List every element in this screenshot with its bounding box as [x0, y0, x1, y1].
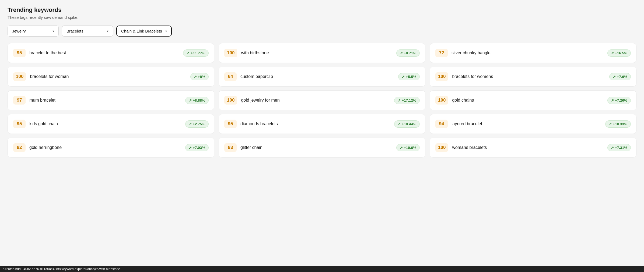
trend-badge: ↗ +11.77%	[183, 49, 209, 57]
trend-badge: ↗ +7.6%	[609, 73, 631, 80]
trend-arrow-icon: ↗	[189, 146, 192, 150]
trend-arrow-icon: ↗	[611, 51, 614, 55]
keyword-text: gold jewelry for men	[241, 98, 279, 103]
keyword-text: mum bracelet	[29, 98, 55, 103]
score-badge: 100	[13, 72, 26, 81]
trend-badge: ↗ +8.71%	[396, 49, 420, 57]
trend-value: +5.5%	[406, 75, 416, 79]
keyword-left: 100 gold chains	[435, 96, 474, 105]
trend-value: +7.03%	[193, 146, 205, 150]
trend-badge: ↗ +16.5%	[607, 49, 631, 57]
keyword-card: 100 gold chains ↗ +7.26%	[430, 90, 636, 110]
keyword-left: 64 custom paperclip	[224, 72, 273, 81]
keyword-left: 97 mum bracelet	[13, 96, 55, 105]
trend-arrow-icon: ↗	[609, 122, 612, 126]
trend-arrow-icon: ↗	[611, 98, 614, 102]
keyword-left: 100 bracelets for woman	[13, 72, 69, 81]
trend-value: +10.33%	[613, 122, 627, 126]
keyword-text: custom paperclip	[240, 74, 273, 79]
trend-arrow-icon: ↗	[400, 51, 403, 55]
trend-value: +18.44%	[402, 122, 416, 126]
keyword-text: gold chains	[452, 98, 474, 103]
chevron-down-icon: ▾	[165, 29, 167, 33]
filter-jewelry[interactable]: Jewelry▾	[8, 26, 59, 37]
trend-badge: ↗ +17.12%	[394, 97, 420, 104]
trend-arrow-icon: ↗	[398, 122, 401, 126]
score-badge: 95	[13, 120, 26, 128]
trend-arrow-icon: ↗	[194, 75, 197, 79]
score-badge: 95	[224, 120, 237, 128]
keyword-left: 95 bracelet to the best	[13, 49, 66, 57]
trend-badge: ↗ +18.44%	[394, 120, 420, 128]
filter-label: Jewelry	[12, 29, 26, 33]
trend-arrow-icon: ↗	[611, 146, 614, 150]
trend-value: +8%	[198, 75, 205, 79]
score-badge: 100	[224, 96, 237, 105]
trend-value: +7.6%	[617, 75, 627, 79]
keyword-text: layered bracelet	[452, 121, 482, 126]
keyword-card: 64 custom paperclip ↗ +5.5%	[219, 67, 425, 87]
keyword-card: 97 mum bracelet ↗ +8.88%	[8, 90, 214, 110]
filter-bracelets[interactable]: Bracelets▾	[62, 26, 113, 37]
score-badge: 97	[13, 96, 26, 105]
score-badge: 100	[435, 72, 448, 81]
score-badge: 94	[435, 120, 448, 128]
keywords-grid: 95 bracelet to the best ↗ +11.77% 100 wi…	[8, 43, 636, 158]
keyword-card: 100 with birthstone ↗ +8.71%	[219, 43, 425, 63]
keyword-left: 100 gold jewelry for men	[224, 96, 280, 105]
keyword-card: 100 womans bracelets ↗ +7.31%	[430, 138, 636, 158]
page-subtitle: These tags recently saw demand spike.	[8, 15, 636, 20]
keyword-card: 100 bracelets for woman ↗ +8%	[8, 67, 214, 87]
keyword-card: 95 bracelet to the best ↗ +11.77%	[8, 43, 214, 63]
keyword-card: 82 gold herringbone ↗ +7.03%	[8, 138, 214, 158]
trend-badge: ↗ +7.31%	[607, 144, 631, 151]
keyword-card: 100 bracelets for womens ↗ +7.6%	[430, 67, 636, 87]
trend-badge: ↗ +7.03%	[185, 144, 209, 151]
keyword-text: womans bracelets	[452, 145, 487, 150]
trend-value: +17.12%	[402, 98, 416, 102]
keyword-left: 82 gold herringbone	[13, 143, 62, 152]
keyword-text: silver chunky bangle	[452, 51, 491, 55]
keyword-card: 83 glitter chain ↗ +10.6%	[219, 138, 425, 158]
keyword-text: bracelet to the best	[29, 51, 66, 55]
chevron-down-icon: ▾	[107, 29, 108, 33]
chevron-down-icon: ▾	[52, 29, 54, 33]
trend-arrow-icon: ↗	[613, 75, 616, 79]
trend-badge: ↗ +8.88%	[185, 97, 209, 104]
keyword-left: 83 glitter chain	[224, 143, 262, 152]
keyword-card: 94 layered bracelet ↗ +10.33%	[430, 114, 636, 134]
score-badge: 82	[13, 143, 26, 152]
keyword-card: 72 silver chunky bangle ↗ +16.5%	[430, 43, 636, 63]
keyword-text: gold herringbone	[29, 145, 62, 150]
trend-arrow-icon: ↗	[402, 75, 405, 79]
trend-value: +16.5%	[615, 51, 627, 55]
score-badge: 100	[435, 96, 448, 105]
trend-badge: ↗ +7.26%	[607, 97, 631, 104]
filter-label: Chain & Link Bracelets	[121, 29, 162, 33]
trend-arrow-icon: ↗	[400, 146, 403, 150]
keyword-text: bracelets for womens	[452, 74, 493, 79]
score-badge: 64	[224, 72, 237, 81]
trend-arrow-icon: ↗	[189, 122, 192, 126]
score-badge: 72	[435, 49, 448, 57]
keyword-text: kids gold chain	[29, 121, 58, 126]
trend-value: +7.26%	[615, 98, 627, 102]
keyword-text: with birthstone	[241, 51, 269, 55]
keyword-text: glitter chain	[240, 145, 262, 150]
keyword-left: 95 diamonds bracelets	[224, 120, 278, 128]
keyword-text: diamonds bracelets	[240, 121, 278, 126]
score-badge: 83	[224, 143, 237, 152]
page-title: Trending keywords	[8, 6, 636, 13]
keyword-card: 100 gold jewelry for men ↗ +17.12%	[219, 90, 425, 110]
keyword-left: 95 kids gold chain	[13, 120, 58, 128]
filter-chain-link[interactable]: Chain & Link Bracelets▾	[116, 26, 172, 37]
keyword-text: bracelets for woman	[30, 74, 69, 79]
trend-badge: ↗ +10.33%	[605, 120, 631, 128]
keyword-left: 94 layered bracelet	[435, 120, 482, 128]
keyword-left: 100 womans bracelets	[435, 143, 487, 152]
trend-arrow-icon: ↗	[187, 51, 190, 55]
score-badge: 95	[13, 49, 26, 57]
trend-value: +2.75%	[193, 122, 205, 126]
keyword-card: 95 kids gold chain ↗ +2.75%	[8, 114, 214, 134]
score-badge: 100	[435, 143, 448, 152]
